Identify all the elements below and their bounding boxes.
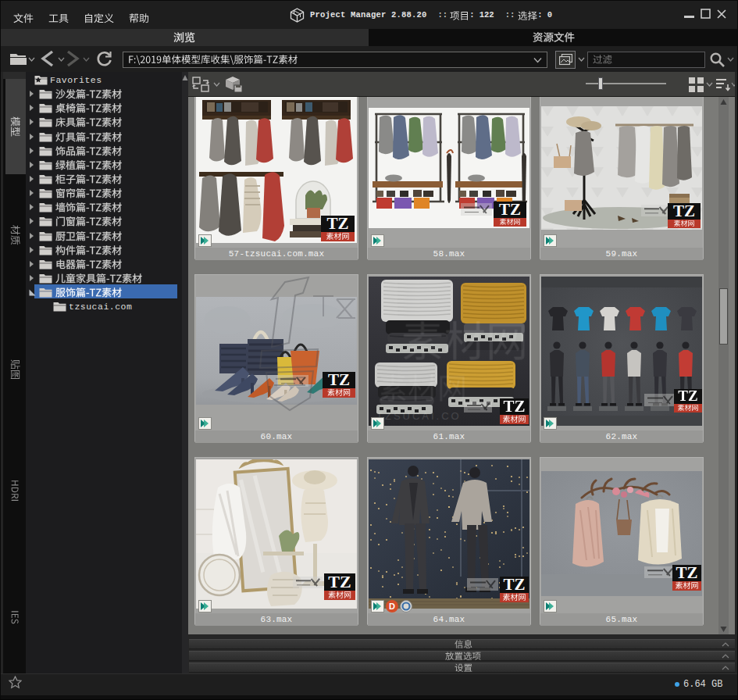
svg-text:TZ: TZ bbox=[328, 572, 351, 591]
svg-text:TZ: TZ bbox=[503, 575, 525, 594]
svg-text:TZSUCAI.CO: TZSUCAI.CO bbox=[376, 410, 462, 422]
svg-text:TZ: TZ bbox=[676, 563, 697, 582]
svg-text:TZ: TZ bbox=[678, 388, 697, 404]
svg-text:TZ: TZ bbox=[673, 202, 695, 220]
svg-text:TZ: TZ bbox=[499, 200, 521, 219]
svg-text:TZ: TZ bbox=[326, 214, 348, 233]
svg-text:TZ: TZ bbox=[503, 397, 525, 416]
